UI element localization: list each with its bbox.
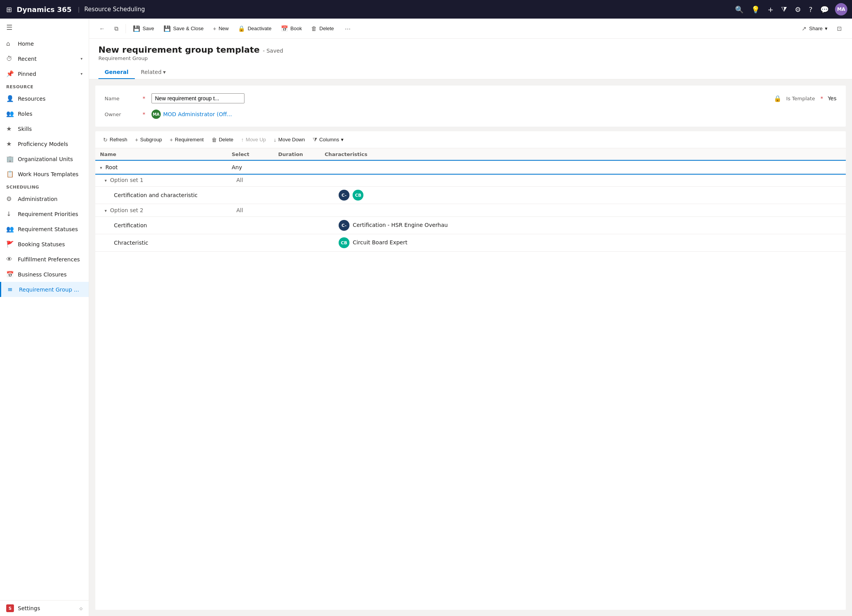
owner-link[interactable]: MA MOD Administrator (Off...: [151, 110, 232, 119]
nav-separator: |: [78, 6, 80, 12]
new-icon: +: [213, 25, 216, 32]
more-button[interactable]: ⋯: [341, 23, 355, 34]
sidebar-proficiency-label: Proficiency Models: [18, 141, 83, 147]
table-row[interactable]: ▾ Option set 1 All: [95, 174, 846, 187]
requirement-button[interactable]: + Requirement: [167, 135, 207, 145]
root-name: Root: [105, 164, 118, 170]
sidebar-item-fulfillment[interactable]: 👁 Fulfillment Preferences: [0, 252, 89, 267]
share-button[interactable]: ↗ Share ▾: [798, 23, 831, 34]
add-icon[interactable]: +: [766, 4, 775, 15]
page-subtitle: Requirement Group: [98, 55, 843, 61]
col-duration: Duration: [274, 148, 320, 161]
sidebar-item-business-closures[interactable]: 📅 Business Closures: [0, 267, 89, 282]
sidebar-item-pinned[interactable]: 📌 Pinned ▾: [0, 66, 89, 81]
is-template-required: *: [820, 95, 823, 101]
sidebar-item-req-priorities[interactable]: ↓ Requirement Priorities: [0, 206, 89, 221]
sidebar-toggle-icon: ⊡: [837, 25, 842, 32]
save-close-button[interactable]: 💾 Save & Close: [160, 23, 208, 34]
expand-icon[interactable]: ▾: [105, 178, 107, 183]
option2-select-cell: All: [227, 204, 274, 217]
tab-related-dropdown[interactable]: Related ▾: [141, 69, 166, 75]
chevron-down-icon: ▾: [81, 57, 83, 61]
chrac-select-cell: [227, 234, 274, 252]
tab-general[interactable]: General: [98, 66, 135, 79]
module-name: Resource Scheduling: [84, 6, 145, 13]
sidebar-item-roles[interactable]: 👥 Roles: [0, 106, 89, 121]
grid-menu-icon[interactable]: ⊞: [5, 4, 14, 15]
book-button[interactable]: 📅 Book: [277, 23, 306, 34]
refresh-button[interactable]: ↻ Refresh: [100, 135, 131, 145]
root-char-cell: [320, 161, 846, 174]
sidebar-item-req-statuses[interactable]: 👥 Requirement Statuses: [0, 221, 89, 237]
sidebar-item-pinned-label: Pinned: [18, 71, 77, 77]
sidebar-item-proficiency[interactable]: ★ Proficiency Models: [0, 136, 89, 151]
cert-duration-cell: [274, 217, 320, 234]
new-label: New: [219, 26, 229, 31]
page-title-row: New requirement group template - Saved: [98, 45, 843, 55]
notify-icon[interactable]: 💡: [750, 4, 761, 15]
chrac-char-text: Circuit Board Expert: [353, 239, 407, 245]
refresh-label: Refresh: [110, 137, 127, 142]
save-button[interactable]: 💾 Save: [129, 23, 158, 34]
cert-badges-cell: C- Certification - HSR Engine Overhau: [320, 217, 846, 234]
table-row[interactable]: ▾ Option set 2 All: [95, 204, 846, 217]
columns-label: Columns: [319, 137, 339, 142]
sidebar-item-resources[interactable]: 👤 Resources: [0, 91, 89, 106]
option2-name: Option set 2: [110, 207, 143, 213]
popout-button[interactable]: ⧉: [110, 23, 122, 34]
new-button[interactable]: + New: [209, 23, 232, 34]
sidebar-item-skills[interactable]: ★ Skills: [0, 121, 89, 136]
content-area: ← ⧉ 💾 Save 💾 Save & Close + New 🔒 Deacti…: [89, 19, 852, 616]
skills-icon: ★: [6, 125, 14, 132]
sidebar-item-booking-statuses[interactable]: 🚩 Booking Statuses: [0, 237, 89, 252]
grid-table-wrapper: Name Select Duration Characteristics ▾: [95, 148, 846, 610]
scheduling-section-label: Scheduling: [0, 182, 89, 191]
user-avatar[interactable]: MA: [835, 3, 847, 15]
table-row[interactable]: ▾ Root Any: [95, 161, 846, 174]
help-icon[interactable]: ?: [807, 4, 814, 15]
expand-icon[interactable]: ▾: [105, 208, 107, 213]
settings-icon[interactable]: ⚙: [793, 4, 802, 15]
back-button[interactable]: ←: [95, 23, 109, 34]
search-icon[interactable]: 🔍: [733, 4, 745, 15]
sidebar-item-org-units[interactable]: 🏢 Organizational Units: [0, 151, 89, 166]
proficiency-icon: ★: [6, 140, 14, 148]
sidebar-resources-label: Resources: [18, 96, 83, 102]
page-title: New requirement group template: [98, 45, 260, 55]
table-row[interactable]: Certification C- Certification - HSR Eng…: [95, 217, 846, 234]
table-row[interactable]: Chracteristic CB Circuit Board Expert: [95, 234, 846, 252]
sidebar-item-req-group[interactable]: ≡ Requirement Group ...: [0, 282, 89, 297]
sidebar-item-administration[interactable]: ⚙ Administration: [0, 191, 89, 206]
deactivate-button[interactable]: 🔒 Deactivate: [234, 23, 275, 34]
cert-char-select-cell: [227, 187, 274, 204]
sidebar-booking-statuses-label: Booking Statuses: [18, 241, 83, 247]
table-row[interactable]: Certification and characteristic C- CB: [95, 187, 846, 204]
sidebar-fulfillment-label: Fulfillment Preferences: [18, 256, 83, 263]
tab-related-chevron-icon: ▾: [163, 69, 166, 75]
columns-button[interactable]: ⧩ Columns ▾: [310, 134, 347, 145]
sidebar-item-recent[interactable]: ⏱ Recent ▾: [0, 51, 89, 66]
filter-icon[interactable]: ⧩: [780, 3, 788, 15]
owner-row: Owner * MA MOD Administrator (Off...: [105, 110, 837, 119]
sidebar-toggle[interactable]: ☰: [0, 19, 89, 36]
grid-delete-button[interactable]: 🗑 Delete: [208, 135, 237, 145]
option1-duration-cell: [274, 174, 320, 187]
sidebar-item-home[interactable]: ⌂ Home: [0, 36, 89, 51]
owner-label: Owner: [105, 112, 136, 117]
top-nav-right: 🔍 💡 + ⧩ ⚙ ? 💬 MA: [733, 3, 847, 15]
move-down-button[interactable]: ↓ Move Down: [270, 135, 308, 145]
lock-icon: 🔒: [774, 95, 781, 102]
content-scroll: New requirement group template - Saved R…: [89, 39, 852, 616]
name-input[interactable]: [151, 93, 244, 103]
sidebar-item-work-hours[interactable]: 📋 Work Hours Templates: [0, 166, 89, 182]
expand-icon[interactable]: ▾: [100, 165, 102, 170]
sidebar-toggle-button[interactable]: ⊡: [833, 23, 846, 34]
move-up-button[interactable]: ↑ Move Up: [238, 135, 269, 145]
delete-button[interactable]: 🗑 Delete: [307, 23, 338, 34]
save-label: Save: [143, 26, 154, 31]
chat-icon[interactable]: 💬: [819, 4, 830, 15]
sidebar-item-settings[interactable]: S Settings ◇: [0, 601, 89, 616]
work-hours-icon: 📋: [6, 170, 14, 178]
subgroup-button[interactable]: + Subgroup: [132, 135, 165, 145]
tab-related[interactable]: Related ▾: [135, 66, 172, 79]
